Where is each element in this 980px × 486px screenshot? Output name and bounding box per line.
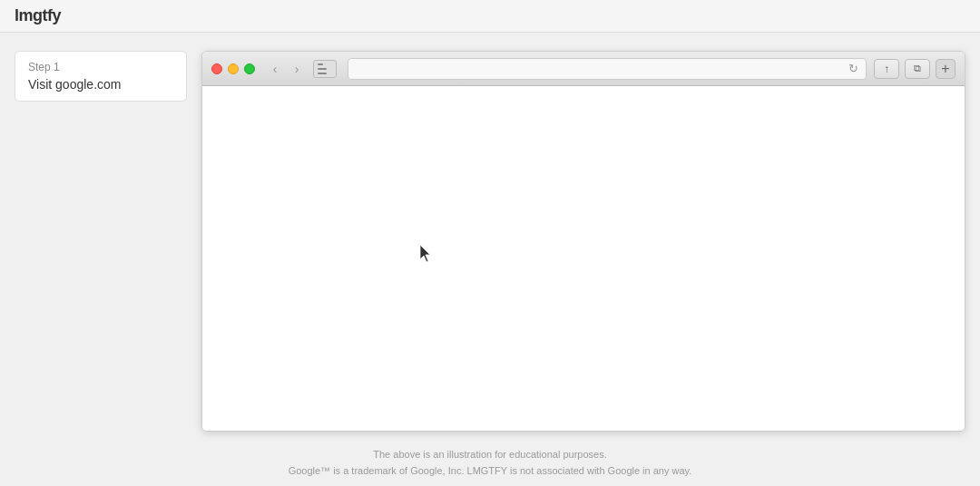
footer-line2: Google™ is a trademark of Google, Inc. L… — [289, 463, 692, 480]
browser-actions: ↑ ⧉ + — [874, 59, 956, 79]
reload-icon[interactable]: ↻ — [848, 62, 858, 75]
mouse-cursor-icon — [420, 245, 435, 263]
browser-chrome: ‹ › ↻ ↑ ⧉ — [202, 52, 965, 86]
top-bar: lmgtfy — [0, 0, 980, 33]
main-content: Step 1 Visit google.com ‹ › — [0, 33, 980, 441]
browser-content — [202, 86, 965, 431]
plus-icon: + — [941, 61, 949, 77]
sidebar-toggle-button[interactable] — [313, 60, 337, 78]
footer-line1: The above is an illustration for educati… — [373, 447, 606, 463]
step-label-1: Visit google.com — [28, 77, 173, 92]
maximize-button-icon[interactable] — [244, 63, 255, 74]
copy-tab-button[interactable]: ⧉ — [905, 59, 930, 79]
step-card-1[interactable]: Step 1 Visit google.com — [15, 51, 187, 102]
steps-sidebar: Step 1 Visit google.com — [15, 51, 187, 432]
nav-arrows: ‹ › — [266, 60, 306, 78]
step-number-1: Step 1 — [28, 61, 173, 73]
minimize-button-icon[interactable] — [228, 63, 239, 74]
share-button[interactable]: ↑ — [874, 59, 899, 79]
toggle-bar-3 — [318, 73, 327, 74]
sidebar-toggle-icon — [318, 63, 332, 74]
footer: The above is an illustration for educati… — [0, 441, 980, 486]
close-button-icon[interactable] — [211, 63, 222, 74]
toggle-bar-1 — [318, 63, 323, 65]
share-icon: ↑ — [884, 63, 889, 75]
browser-mockup: ‹ › ↻ ↑ ⧉ — [201, 51, 965, 432]
toggle-bar-2 — [318, 68, 327, 70]
forward-arrow-icon[interactable]: › — [288, 60, 306, 78]
back-arrow-icon[interactable]: ‹ — [266, 60, 284, 78]
copy-icon: ⧉ — [914, 63, 921, 74]
app-title: lmgtfy — [15, 6, 61, 25]
url-bar[interactable]: ↻ — [348, 58, 867, 80]
traffic-lights — [211, 63, 255, 74]
new-tab-button[interactable]: + — [936, 59, 956, 79]
